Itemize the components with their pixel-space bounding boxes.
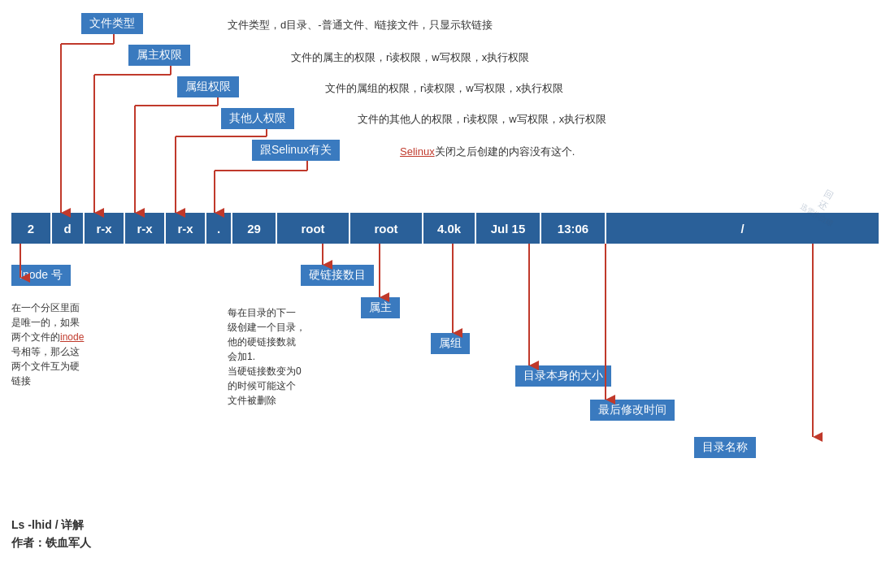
group-label: 属组 [431,333,470,354]
group-perm-desc: 文件的属组的权限，r读权限，w写权限，x执行权限 [325,81,563,96]
cell-group: root [350,213,423,244]
cell-time: 13:06 [541,213,606,244]
name-label: 目录名称 [694,437,756,458]
other-perm-desc: 文件的其他人的权限，r读权限，w写权限，x执行权限 [358,112,606,127]
owner-label: 属主 [361,297,400,318]
author-label: 作者：铁血军人 [11,536,91,551]
cell-size: 4.0k [423,213,476,244]
cell-owner-perm: r-x [85,213,125,244]
cell-hardlink: 29 [232,213,277,244]
cell-group-perm: r-x [125,213,166,244]
selinux-desc: Selinux关闭之后创建的内容没有这个. [400,145,575,159]
cell-name: / [606,213,879,244]
inode-label: Inode 号 [11,265,71,286]
size-label: 目录本身的大小 [515,365,611,387]
data-row: 2 d r-x r-x r-x . 29 root root 4.0k Jul … [11,213,879,244]
cell-owner: root [277,213,350,244]
cell-inode: 2 [11,213,52,244]
owner-perm-desc: 文件的属主的权限，r读权限，w写权限，x执行权限 [291,50,529,65]
cell-dot: . [206,213,232,244]
selinux-label: 跟Selinux有关 [252,140,340,161]
hardlink-label: 硬链接数目 [301,265,374,286]
other-perm-label: 其他人权限 [221,108,294,129]
mtime-label: 最后修改时间 [590,400,675,421]
file-type-label: 文件类型 [81,13,143,34]
cell-date: Jul 15 [476,213,541,244]
cell-type: d [52,213,85,244]
cmd-label: Ls -lhid / 详解 [11,518,84,533]
main-container: 文件类型 属主权限 属组权限 其他人权限 跟Selinux有关 文件类型，d目录… [0,0,890,588]
cell-other-perm: r-x [166,213,206,244]
hardlink-desc: 每在目录的下一 级创建一个目录， 他的硬链接数就 会加1. 当硬链接数变为0 的… [228,305,306,408]
owner-perm-label: 属主权限 [128,45,190,66]
file-type-desc: 文件类型，d目录、-普通文件、l链接文件，只显示软链接 [228,18,493,32]
group-perm-label: 属组权限 [177,76,239,97]
inode-desc: 在一个分区里面 是唯一的，如果 两个文件的inode 号相等，那么这 两个文件互… [11,300,84,388]
